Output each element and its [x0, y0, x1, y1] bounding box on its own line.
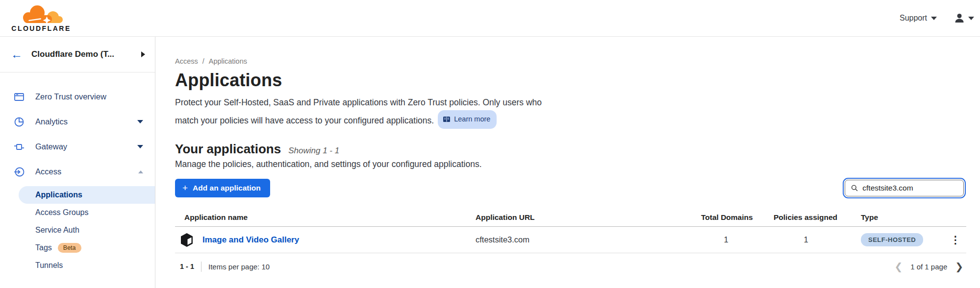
- items-per-page[interactable]: Items per page: 10: [208, 263, 270, 271]
- application-link[interactable]: Image and Video Gallery: [202, 235, 299, 245]
- row-actions-kebab-icon[interactable]: ⋮: [945, 237, 966, 243]
- sidebar-item-label: Service Auth: [35, 226, 79, 235]
- casb-check-icon: [13, 286, 25, 288]
- pie-chart-icon: [13, 116, 25, 128]
- column-header-policies-assigned: Policies assigned: [774, 213, 861, 222]
- table-toolbar: + Add an application: [175, 179, 966, 197]
- column-header-total-domains: Total Domains: [701, 213, 774, 222]
- applications-table: Application name Application URL Total D…: [175, 209, 966, 253]
- sidebar-item-access[interactable]: Access: [0, 159, 155, 184]
- learn-more-label: Learn more: [454, 112, 490, 127]
- sidebar-item-applications[interactable]: Applications: [19, 186, 155, 204]
- showing-count: Showing 1 - 1: [288, 146, 339, 156]
- sidebar: ← Cloudflare Demo (T... Zero Trust overv…: [0, 37, 155, 288]
- sidebar-item-label: Gateway: [35, 142, 67, 151]
- sidebar-expand-icon[interactable]: [141, 51, 145, 57]
- access-login-icon: [13, 166, 25, 178]
- next-page-icon[interactable]: ❯: [955, 262, 963, 271]
- chevron-down-icon: [137, 120, 143, 123]
- page-description-line1: Protect your Self-Hosted, SaaS and Priva…: [175, 97, 542, 107]
- sidebar-item-tags[interactable]: Tags Beta: [0, 239, 155, 257]
- page-description-line2: match your policies will have access to …: [175, 116, 434, 125]
- search-icon: [851, 184, 858, 192]
- support-menu[interactable]: Support: [900, 14, 937, 23]
- top-bar-right: Support: [900, 12, 975, 24]
- sidebar-item-access-groups[interactable]: Access Groups: [0, 204, 155, 221]
- sidebar-item-casb[interactable]: CASB: [0, 279, 155, 288]
- search-box: [845, 180, 964, 196]
- sidebar-item-label: Access: [35, 167, 61, 176]
- main-content: Access / Applications Applications Prote…: [155, 37, 980, 288]
- sidebar-item-label: Access Groups: [35, 208, 88, 217]
- cloudflare-logo[interactable]: CLOUDFLARE: [9, 4, 74, 32]
- application-name-cell: Image and Video Gallery: [175, 233, 476, 247]
- access-sub-menu: Applications Access Groups Service Auth …: [0, 184, 155, 279]
- sidebar-item-gateway[interactable]: Gateway: [0, 134, 155, 159]
- cloudflare-logo-text: CLOUDFLARE: [11, 24, 71, 32]
- table-row: Image and Video Gallery cftestsite3.com …: [175, 227, 966, 253]
- page-indicator: 1 of 1 page: [910, 263, 947, 271]
- support-label: Support: [900, 14, 927, 23]
- section-header: Your applications Showing 1 - 1: [175, 142, 966, 157]
- sidebar-item-label: Tunnels: [35, 261, 63, 270]
- pagination-range: 1 - 1: [180, 263, 194, 270]
- sidebar-item-label: Tags: [35, 243, 52, 252]
- divider: [201, 262, 201, 272]
- breadcrumb-separator: /: [202, 57, 204, 65]
- plus-icon: +: [182, 183, 188, 192]
- chevron-down-icon: [931, 17, 937, 20]
- section-title: Your applications: [175, 142, 281, 157]
- sidebar-item-label: Applications: [35, 191, 82, 199]
- book-icon: [443, 116, 451, 122]
- cloudflare-cloud-icon: [18, 4, 65, 24]
- user-icon: [954, 12, 965, 24]
- top-bar: CLOUDFLARE Support: [0, 0, 980, 37]
- application-url-cell: cftestsite3.com: [476, 235, 701, 244]
- overview-window-icon: [13, 91, 25, 103]
- sidebar-item-analytics[interactable]: Analytics: [0, 109, 155, 134]
- back-arrow-icon[interactable]: ←: [11, 48, 23, 60]
- pagination-left: 1 - 1 Items per page: 10: [180, 262, 270, 272]
- chevron-down-icon: [968, 17, 974, 20]
- previous-page-icon[interactable]: ❮: [894, 262, 903, 271]
- sidebar-item-label: Zero Trust overview: [35, 92, 106, 101]
- section-subtitle: Manage the policies, authentication, and…: [175, 159, 966, 169]
- breadcrumb: Access / Applications: [175, 57, 966, 65]
- sidebar-item-service-auth[interactable]: Service Auth: [0, 221, 155, 239]
- add-application-button[interactable]: + Add an application: [175, 179, 270, 197]
- gateway-icon: [13, 141, 25, 153]
- sidebar-account-header: ← Cloudflare Demo (T...: [0, 37, 155, 72]
- column-header-application-name: Application name: [175, 213, 476, 222]
- account-name[interactable]: Cloudflare Demo (T...: [31, 49, 132, 59]
- column-header-type: Type: [861, 213, 945, 222]
- type-cell: SELF-HOSTED: [861, 233, 945, 246]
- page-title: Applications: [175, 70, 966, 91]
- search-input[interactable]: [862, 184, 957, 192]
- application-cube-icon: [180, 233, 194, 247]
- type-badge: SELF-HOSTED: [861, 233, 923, 246]
- learn-more-button[interactable]: Learn more: [438, 110, 497, 129]
- breadcrumb-access[interactable]: Access: [175, 57, 198, 65]
- chevron-up-icon: [138, 170, 143, 173]
- user-menu[interactable]: [954, 12, 974, 24]
- chevron-down-icon: [137, 145, 143, 148]
- beta-badge: Beta: [58, 243, 81, 253]
- sidebar-nav: Zero Trust overview Analytics: [0, 72, 155, 288]
- policies-assigned-cell: 1: [774, 235, 861, 244]
- table-header-row: Application name Application URL Total D…: [175, 209, 966, 227]
- breadcrumb-applications[interactable]: Applications: [209, 57, 247, 65]
- sidebar-item-label: Analytics: [35, 117, 68, 126]
- page-description: Protect your Self-Hosted, SaaS and Priva…: [175, 95, 616, 129]
- column-header-application-url: Application URL: [476, 213, 701, 222]
- pagination-bar: 1 - 1 Items per page: 10 ❮ 1 of 1 page ❯: [175, 257, 966, 276]
- pagination-right: ❮ 1 of 1 page ❯: [894, 262, 966, 271]
- total-domains-cell: 1: [701, 235, 774, 244]
- cloudflare-zero-trust-dashboard: CLOUDFLARE Support ← Cloudflare Demo (T.…: [0, 0, 980, 288]
- sidebar-item-tunnels[interactable]: Tunnels: [0, 257, 155, 274]
- sidebar-item-zero-trust-overview[interactable]: Zero Trust overview: [0, 84, 155, 109]
- add-application-label: Add an application: [193, 184, 261, 192]
